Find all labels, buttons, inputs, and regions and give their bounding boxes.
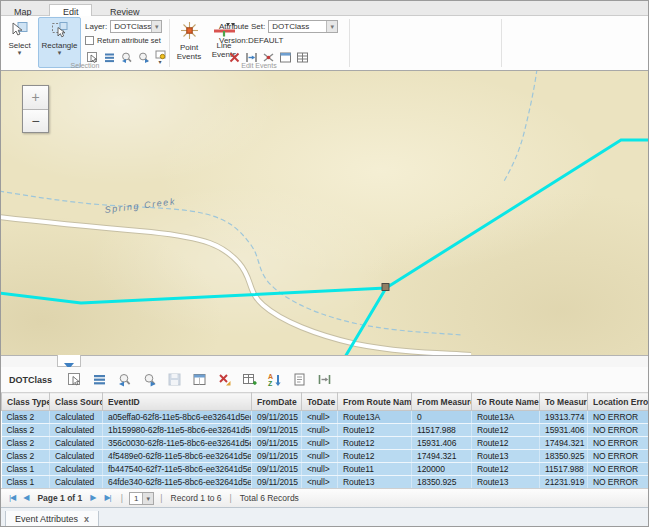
delete-record-icon[interactable] xyxy=(216,371,233,388)
column-header-to-measure[interactable]: To Measure xyxy=(540,393,588,411)
rectangle-tool-button[interactable]: Rectangle ▾ xyxy=(38,17,81,68)
chevron-down-icon: ▾ xyxy=(151,21,161,32)
layer-dropdown[interactable]: DOTClass ▾ xyxy=(110,20,162,33)
creek-line-2 xyxy=(503,71,537,183)
column-header-to-route-name[interactable]: To Route Name xyxy=(472,393,540,411)
column-header-from-measure[interactable]: From Measure xyxy=(412,393,472,411)
table-cell: Route12 xyxy=(338,424,412,437)
attribute-set-dropdown[interactable]: DOTClass ▾ xyxy=(268,20,338,33)
column-header-todate[interactable]: ToDate xyxy=(302,393,338,411)
rectangle-tool-icon xyxy=(39,20,80,41)
attribute-table: Class TypeClass SourceEventIDFromDateToD… xyxy=(1,392,649,489)
sort-records-icon[interactable]: AZ xyxy=(266,371,283,388)
first-page-button[interactable]: |◀ xyxy=(9,493,15,503)
table-cell: Class 1 xyxy=(2,476,50,489)
table-row[interactable]: Class 2Calculated1b159980-62f8-11e5-8bc6… xyxy=(2,424,649,437)
table-cell: Route12 xyxy=(338,437,412,450)
return-attribute-set-checkbox[interactable] xyxy=(85,36,94,45)
panel-collapse-button[interactable] xyxy=(57,355,81,367)
selection-group-label: Selection xyxy=(3,62,167,69)
table-cell: 1b159980-62f8-11e5-8bc6-ee32641d5ec9 xyxy=(103,424,252,437)
chevron-down-icon: ▾ xyxy=(142,493,153,504)
record-range-label: Record 1 to 6 xyxy=(171,493,222,503)
route-line-west[interactable] xyxy=(1,288,386,303)
version-label: Version:DEFAULT xyxy=(219,36,283,45)
point-events-button[interactable]: Point Events xyxy=(173,17,205,68)
column-header-class-type[interactable]: Class Type xyxy=(2,393,50,411)
table-cell: <null> xyxy=(302,437,338,450)
table-cell: 15931.406 xyxy=(540,424,588,437)
save-edits-icon[interactable] xyxy=(166,371,183,388)
table-cell: <null> xyxy=(302,450,338,463)
attribute-window-icon[interactable] xyxy=(191,371,208,388)
column-header-from-route-name[interactable]: From Route Name xyxy=(338,393,412,411)
show-selected-list-icon[interactable] xyxy=(91,371,108,388)
pager-separator: | xyxy=(121,493,123,503)
zoom-to-next-icon[interactable] xyxy=(141,371,158,388)
select-records-icon[interactable] xyxy=(66,371,83,388)
layer-label: Layer: xyxy=(85,22,107,31)
event-editor-window: Map Edit Review Select ▾ Rectangle ▾ Lay… xyxy=(0,0,649,527)
ribbon-toolbar: Select ▾ Rectangle ▾ Layer: DOTClass ▾ R… xyxy=(1,16,648,70)
chevron-down-icon: ▾ xyxy=(39,50,80,56)
point-events-label: Point xyxy=(174,43,204,52)
split-record-icon[interactable] xyxy=(316,371,333,388)
creek-label: Spring Creek xyxy=(104,196,176,215)
column-header-eventid[interactable]: EventID xyxy=(103,393,252,411)
table-cell: 11517.988 xyxy=(540,463,588,476)
previous-page-button[interactable]: ◀ xyxy=(23,493,29,503)
table-cell: Calculated xyxy=(50,450,103,463)
table-cell: 11517.988 xyxy=(412,424,472,437)
table-cell: Route13 xyxy=(472,450,540,463)
zoom-out-button[interactable]: − xyxy=(23,109,48,132)
select-tool-button[interactable]: Select ▾ xyxy=(3,17,36,68)
notes-icon[interactable] xyxy=(291,371,308,388)
table-row[interactable]: Class 1Calculatedfb447540-62f7-11e5-8bc6… xyxy=(2,463,649,476)
table-row[interactable]: Class 2Calculated4f5489e0-62f8-11e5-8bc6… xyxy=(2,450,649,463)
zoom-in-button[interactable]: + xyxy=(23,86,48,109)
last-page-button[interactable]: ▶| xyxy=(104,493,110,503)
table-cell: fb447540-62f7-11e5-8bc6-ee32641d5ec9 xyxy=(103,463,252,476)
table-row[interactable]: Class 2Calculated356c0030-62f8-11e5-8bc6… xyxy=(2,437,649,450)
svg-text:A: A xyxy=(268,373,273,380)
event-attributes-panel: DOTClass AZ Class TypeClass SourceEventI… xyxy=(1,355,649,527)
table-cell: 19313.774 xyxy=(540,411,588,424)
column-header-location-error[interactable]: Location Error xyxy=(588,393,649,411)
add-record-icon[interactable] xyxy=(241,371,258,388)
table-cell: Route13A xyxy=(338,411,412,424)
pager-separator: | xyxy=(230,493,232,503)
ribbon-tab-bar: Map Edit Review xyxy=(1,1,648,16)
route-junction-marker[interactable] xyxy=(382,284,389,291)
attribute-set-dropdown-value: DOTClass xyxy=(272,22,309,31)
table-row[interactable]: Class 2Calculateda05effa0-62f8-11e5-8bc6… xyxy=(2,411,649,424)
road-line xyxy=(1,217,471,355)
table-cell: Route12 xyxy=(472,437,540,450)
table-cell: Route12 xyxy=(338,450,412,463)
layer-dropdown-value: DOTClass xyxy=(114,22,151,31)
edit-events-controls: Attribute Set: DOTClass ▾ Version:DEFAUL… xyxy=(219,19,345,64)
table-cell: NO ERROR xyxy=(588,437,649,450)
table-cell: Calculated xyxy=(50,476,103,489)
table-cell: 21231.919 xyxy=(540,476,588,489)
route-line-northeast[interactable] xyxy=(386,140,649,288)
map-canvas[interactable]: Spring Creek + − xyxy=(1,70,649,355)
table-cell: NO ERROR xyxy=(588,476,649,489)
table-cell: Route11 xyxy=(338,463,412,476)
panel-splitter[interactable] xyxy=(1,355,649,367)
table-cell: 4f5489e0-62f8-11e5-8bc6-ee32641d5ec9 xyxy=(103,450,252,463)
close-icon[interactable]: x xyxy=(84,514,89,524)
table-cell: a05effa0-62f8-11e5-8bc6-ee32641d5ec9 xyxy=(103,411,252,424)
column-header-class-source[interactable]: Class Source xyxy=(50,393,103,411)
zoom-to-previous-icon[interactable] xyxy=(116,371,133,388)
next-page-button[interactable]: ▶ xyxy=(90,493,96,503)
table-cell: NO ERROR xyxy=(588,450,649,463)
table-cell: Route13 xyxy=(338,476,412,489)
table-cell: 09/11/2015 xyxy=(252,411,302,424)
svg-text:Z: Z xyxy=(268,380,273,387)
selection-controls: Layer: DOTClass ▾ Return attribute set ▾ xyxy=(85,19,167,64)
page-number-select[interactable]: 1 ▾ xyxy=(129,492,154,505)
column-header-fromdate[interactable]: FromDate xyxy=(252,393,302,411)
table-row[interactable]: Class 1Calculated64fde340-62f8-11e5-8bc6… xyxy=(2,476,649,489)
table-cell: Calculated xyxy=(50,424,103,437)
tab-event-attributes[interactable]: Event Attributes x xyxy=(5,511,99,527)
